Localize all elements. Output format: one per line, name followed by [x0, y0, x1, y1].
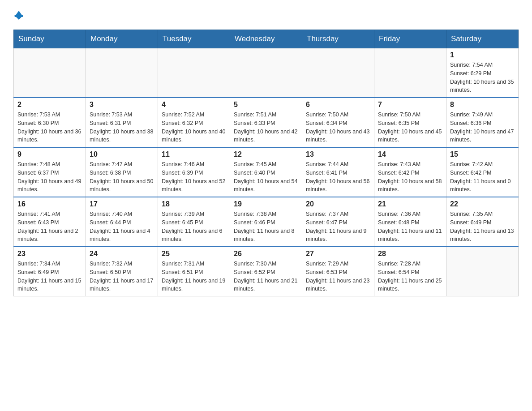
- day-number: 10: [90, 150, 154, 158]
- day-number: 11: [162, 150, 226, 158]
- calendar-cell: 8Sunrise: 7:49 AM Sunset: 6:36 PM Daylig…: [446, 98, 519, 147]
- calendar-cell: 24Sunrise: 7:32 AM Sunset: 6:50 PM Dayli…: [86, 247, 158, 296]
- day-number: 18: [162, 200, 226, 208]
- day-number: 22: [450, 200, 515, 208]
- day-info: Sunrise: 7:30 AM Sunset: 6:52 PM Dayligh…: [234, 260, 298, 293]
- weekday-header-friday: Friday: [374, 30, 446, 48]
- calendar-cell: 1Sunrise: 7:54 AM Sunset: 6:29 PM Daylig…: [446, 48, 519, 98]
- day-number: 14: [378, 150, 442, 158]
- day-info: Sunrise: 7:35 AM Sunset: 6:49 PM Dayligh…: [450, 210, 515, 244]
- day-number: 25: [162, 250, 226, 258]
- day-number: 9: [17, 150, 82, 158]
- day-number: 26: [234, 250, 298, 258]
- day-number: 7: [378, 101, 442, 109]
- calendar-cell: [374, 48, 446, 98]
- calendar-table: SundayMondayTuesdayWednesdayThursdayFrid…: [13, 30, 519, 296]
- calendar-cell: [14, 48, 86, 98]
- weekday-header-tuesday: Tuesday: [158, 30, 230, 48]
- day-info: Sunrise: 7:42 AM Sunset: 6:42 PM Dayligh…: [450, 160, 515, 194]
- day-number: 6: [306, 101, 370, 109]
- day-info: Sunrise: 7:44 AM Sunset: 6:41 PM Dayligh…: [306, 160, 370, 194]
- calendar-cell: 28Sunrise: 7:28 AM Sunset: 6:54 PM Dayli…: [374, 247, 446, 296]
- day-info: Sunrise: 7:38 AM Sunset: 6:46 PM Dayligh…: [234, 210, 298, 244]
- day-number: 28: [378, 250, 442, 258]
- day-info: Sunrise: 7:34 AM Sunset: 6:49 PM Dayligh…: [17, 260, 82, 293]
- day-info: Sunrise: 7:50 AM Sunset: 6:35 PM Dayligh…: [378, 111, 442, 144]
- day-info: Sunrise: 7:31 AM Sunset: 6:51 PM Dayligh…: [162, 260, 226, 293]
- calendar-cell: 4Sunrise: 7:52 AM Sunset: 6:32 PM Daylig…: [158, 98, 230, 147]
- calendar-cell: 23Sunrise: 7:34 AM Sunset: 6:49 PM Dayli…: [14, 247, 86, 296]
- day-number: 23: [17, 250, 82, 258]
- day-info: Sunrise: 7:29 AM Sunset: 6:53 PM Dayligh…: [306, 260, 370, 293]
- calendar-cell: 9Sunrise: 7:48 AM Sunset: 6:37 PM Daylig…: [14, 147, 86, 197]
- day-info: Sunrise: 7:51 AM Sunset: 6:33 PM Dayligh…: [234, 111, 298, 144]
- calendar-cell: 25Sunrise: 7:31 AM Sunset: 6:51 PM Dayli…: [158, 247, 230, 296]
- calendar-cell: [230, 48, 302, 98]
- calendar-cell: 19Sunrise: 7:38 AM Sunset: 6:46 PM Dayli…: [230, 197, 302, 247]
- calendar-cell: 15Sunrise: 7:42 AM Sunset: 6:42 PM Dayli…: [446, 147, 519, 197]
- day-info: Sunrise: 7:28 AM Sunset: 6:54 PM Dayligh…: [378, 260, 442, 293]
- day-number: 12: [234, 150, 298, 158]
- week-row-3: 16Sunrise: 7:41 AM Sunset: 6:43 PM Dayli…: [14, 197, 519, 247]
- calendar-cell: 13Sunrise: 7:44 AM Sunset: 6:41 PM Dayli…: [302, 147, 374, 197]
- day-number: 8: [450, 101, 515, 109]
- day-info: Sunrise: 7:49 AM Sunset: 6:36 PM Dayligh…: [450, 111, 515, 144]
- day-info: Sunrise: 7:41 AM Sunset: 6:43 PM Dayligh…: [17, 210, 82, 244]
- day-info: Sunrise: 7:50 AM Sunset: 6:34 PM Dayligh…: [306, 111, 370, 144]
- calendar-cell: 22Sunrise: 7:35 AM Sunset: 6:49 PM Dayli…: [446, 197, 519, 247]
- day-info: Sunrise: 7:32 AM Sunset: 6:50 PM Dayligh…: [90, 260, 154, 293]
- calendar-cell: 21Sunrise: 7:36 AM Sunset: 6:48 PM Dayli…: [374, 197, 446, 247]
- week-row-0: 1Sunrise: 7:54 AM Sunset: 6:29 PM Daylig…: [14, 48, 519, 98]
- calendar-cell: 12Sunrise: 7:45 AM Sunset: 6:40 PM Dayli…: [230, 147, 302, 197]
- calendar-cell: 3Sunrise: 7:53 AM Sunset: 6:31 PM Daylig…: [86, 98, 158, 147]
- day-info: Sunrise: 7:53 AM Sunset: 6:31 PM Dayligh…: [90, 111, 154, 144]
- day-number: 1: [450, 51, 515, 59]
- logo: [13, 9, 23, 21]
- calendar-cell: 6Sunrise: 7:50 AM Sunset: 6:34 PM Daylig…: [302, 98, 374, 147]
- day-number: 17: [90, 200, 154, 208]
- calendar-cell: 26Sunrise: 7:30 AM Sunset: 6:52 PM Dayli…: [230, 247, 302, 296]
- day-number: 20: [306, 200, 370, 208]
- day-number: 3: [90, 101, 154, 109]
- day-number: 5: [234, 101, 298, 109]
- calendar-cell: 20Sunrise: 7:37 AM Sunset: 6:47 PM Dayli…: [302, 197, 374, 247]
- calendar-cell: 17Sunrise: 7:40 AM Sunset: 6:44 PM Dayli…: [86, 197, 158, 247]
- calendar-cell: [86, 48, 158, 98]
- day-number: 13: [306, 150, 370, 158]
- day-number: 15: [450, 150, 515, 158]
- calendar-cell: 14Sunrise: 7:43 AM Sunset: 6:42 PM Dayli…: [374, 147, 446, 197]
- calendar-cell: 5Sunrise: 7:51 AM Sunset: 6:33 PM Daylig…: [230, 98, 302, 147]
- day-info: Sunrise: 7:45 AM Sunset: 6:40 PM Dayligh…: [234, 160, 298, 194]
- calendar-cell: 16Sunrise: 7:41 AM Sunset: 6:43 PM Dayli…: [14, 197, 86, 247]
- day-info: Sunrise: 7:39 AM Sunset: 6:45 PM Dayligh…: [162, 210, 226, 244]
- calendar-cell: [446, 247, 519, 296]
- day-number: 24: [90, 250, 154, 258]
- calendar-cell: 27Sunrise: 7:29 AM Sunset: 6:53 PM Dayli…: [302, 247, 374, 296]
- calendar-cell: 18Sunrise: 7:39 AM Sunset: 6:45 PM Dayli…: [158, 197, 230, 247]
- weekday-header-row: SundayMondayTuesdayWednesdayThursdayFrid…: [14, 30, 519, 48]
- weekday-header-sunday: Sunday: [14, 30, 86, 48]
- week-row-2: 9Sunrise: 7:48 AM Sunset: 6:37 PM Daylig…: [14, 147, 519, 197]
- day-info: Sunrise: 7:53 AM Sunset: 6:30 PM Dayligh…: [17, 111, 82, 144]
- weekday-header-monday: Monday: [86, 30, 158, 48]
- calendar-cell: [302, 48, 374, 98]
- calendar-cell: 7Sunrise: 7:50 AM Sunset: 6:35 PM Daylig…: [374, 98, 446, 147]
- day-info: Sunrise: 7:40 AM Sunset: 6:44 PM Dayligh…: [90, 210, 154, 244]
- day-info: Sunrise: 7:36 AM Sunset: 6:48 PM Dayligh…: [378, 210, 442, 244]
- day-number: 21: [378, 200, 442, 208]
- day-info: Sunrise: 7:43 AM Sunset: 6:42 PM Dayligh…: [378, 160, 442, 194]
- week-row-4: 23Sunrise: 7:34 AM Sunset: 6:49 PM Dayli…: [14, 247, 519, 296]
- day-info: Sunrise: 7:37 AM Sunset: 6:47 PM Dayligh…: [306, 210, 370, 244]
- day-number: 19: [234, 200, 298, 208]
- day-number: 16: [17, 200, 82, 208]
- day-info: Sunrise: 7:46 AM Sunset: 6:39 PM Dayligh…: [162, 160, 226, 194]
- weekday-header-wednesday: Wednesday: [230, 30, 302, 48]
- day-number: 27: [306, 250, 370, 258]
- calendar-cell: 2Sunrise: 7:53 AM Sunset: 6:30 PM Daylig…: [14, 98, 86, 147]
- day-number: 2: [17, 101, 82, 109]
- day-info: Sunrise: 7:54 AM Sunset: 6:29 PM Dayligh…: [450, 61, 515, 94]
- weekday-header-saturday: Saturday: [446, 30, 519, 48]
- calendar-cell: [158, 48, 230, 98]
- day-info: Sunrise: 7:47 AM Sunset: 6:38 PM Dayligh…: [90, 160, 154, 194]
- weekday-header-thursday: Thursday: [302, 30, 374, 48]
